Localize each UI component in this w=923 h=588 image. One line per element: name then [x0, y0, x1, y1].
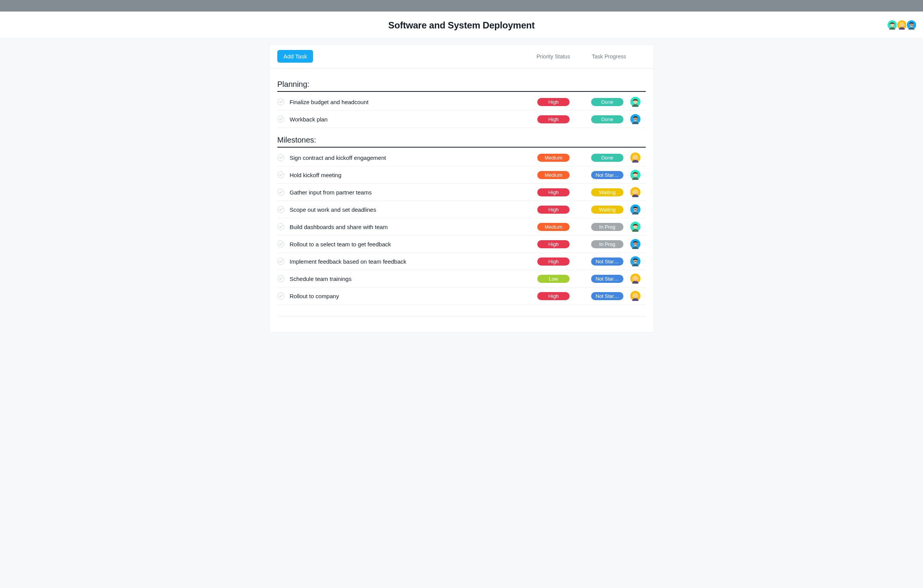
- task-name[interactable]: Rollout to a select team to get feedback: [290, 241, 537, 247]
- complete-checkbox[interactable]: [277, 98, 284, 105]
- complete-checkbox[interactable]: [277, 258, 284, 265]
- task-name[interactable]: Finalize budget and headcount: [290, 99, 537, 105]
- assignee-avatar[interactable]: [630, 153, 640, 163]
- avatar[interactable]: [896, 20, 907, 30]
- priority-pill[interactable]: High: [537, 115, 570, 123]
- assignee-avatar[interactable]: [630, 187, 640, 197]
- progress-pill[interactable]: In Prog: [591, 240, 623, 248]
- progress-pill[interactable]: In Prog: [591, 223, 623, 231]
- toolbar: Add Task Priority Status Task Progress: [270, 45, 653, 68]
- complete-checkbox[interactable]: [277, 292, 284, 299]
- section-heading[interactable]: Planning:: [277, 72, 646, 92]
- section-heading[interactable]: Milestones:: [277, 128, 646, 148]
- priority-pill[interactable]: Low: [537, 275, 570, 283]
- priority-pill[interactable]: Medium: [537, 154, 570, 162]
- progress-pill[interactable]: Not Star…: [591, 257, 623, 266]
- column-header-progress[interactable]: Task Progress: [592, 53, 646, 60]
- priority-pill[interactable]: High: [537, 240, 570, 248]
- task-row[interactable]: Implement feedback based on team feedbac…: [277, 253, 646, 270]
- priority-pill[interactable]: Medium: [537, 171, 570, 179]
- task-name[interactable]: Workback plan: [290, 116, 537, 123]
- assignee-avatar[interactable]: [630, 239, 640, 249]
- priority-pill[interactable]: Medium: [537, 223, 570, 231]
- task-name[interactable]: Build dashboards and share with team: [290, 224, 537, 230]
- priority-pill[interactable]: High: [537, 98, 570, 106]
- priority-pill[interactable]: High: [537, 188, 570, 196]
- progress-pill[interactable]: Not Star…: [591, 171, 623, 179]
- task-name[interactable]: Hold kickoff meeting: [290, 172, 537, 178]
- assignee-avatar[interactable]: [630, 97, 640, 107]
- progress-pill[interactable]: Done: [591, 115, 623, 123]
- add-task-button[interactable]: Add Task: [277, 50, 313, 63]
- progress-pill[interactable]: Not Star…: [591, 292, 623, 300]
- page-title: Software and System Deployment: [388, 20, 535, 31]
- assignee-avatar[interactable]: [630, 204, 640, 214]
- task-row[interactable]: Finalize budget and headcountHighDone: [277, 93, 646, 111]
- progress-pill[interactable]: Done: [591, 154, 623, 162]
- complete-checkbox[interactable]: [277, 116, 284, 123]
- progress-pill[interactable]: Waiting: [591, 188, 623, 196]
- task-row[interactable]: Rollout to companyHighNot Star…: [277, 287, 646, 305]
- task-panel: Add Task Priority Status Task Progress P…: [269, 44, 654, 332]
- assignee-avatar[interactable]: [630, 274, 640, 284]
- project-members[interactable]: [888, 20, 917, 30]
- task-row[interactable]: Gather input from partner teamsHighWaiti…: [277, 184, 646, 201]
- task-name[interactable]: Rollout to company: [290, 293, 537, 299]
- task-name[interactable]: Gather input from partner teams: [290, 189, 537, 196]
- avatar[interactable]: [906, 20, 917, 30]
- assignee-avatar[interactable]: [630, 291, 640, 301]
- task-row[interactable]: Schedule team trainingsLowNot Star…: [277, 270, 646, 287]
- complete-checkbox[interactable]: [277, 189, 284, 196]
- column-header-priority[interactable]: Priority Status: [536, 53, 590, 60]
- complete-checkbox[interactable]: [277, 223, 284, 230]
- task-row[interactable]: Scope out work and set deadlinesHighWait…: [277, 201, 646, 218]
- window-chrome: [0, 0, 923, 12]
- progress-pill[interactable]: Waiting: [591, 206, 623, 214]
- complete-checkbox[interactable]: [277, 275, 284, 282]
- task-name[interactable]: Implement feedback based on team feedbac…: [290, 258, 537, 265]
- complete-checkbox[interactable]: [277, 206, 284, 213]
- footer-divider: [277, 316, 646, 317]
- complete-checkbox[interactable]: [277, 241, 284, 247]
- task-name[interactable]: Schedule team trainings: [290, 276, 537, 282]
- progress-pill[interactable]: Not Star…: [591, 275, 623, 283]
- avatar[interactable]: [887, 20, 898, 30]
- task-row[interactable]: Sign contract and kickoff engagementMedi…: [277, 149, 646, 166]
- page-header: Software and System Deployment: [0, 12, 923, 39]
- priority-pill[interactable]: High: [537, 206, 570, 214]
- task-name[interactable]: Sign contract and kickoff engagement: [290, 154, 537, 161]
- priority-pill[interactable]: High: [537, 292, 570, 300]
- task-row[interactable]: Workback planHighDone: [277, 111, 646, 128]
- progress-pill[interactable]: Done: [591, 98, 623, 106]
- task-row[interactable]: Build dashboards and share with teamMedi…: [277, 218, 646, 236]
- assignee-avatar[interactable]: [630, 222, 640, 232]
- assignee-avatar[interactable]: [630, 256, 640, 266]
- assignee-avatar[interactable]: [630, 114, 640, 124]
- complete-checkbox[interactable]: [277, 171, 284, 178]
- assignee-avatar[interactable]: [630, 170, 640, 180]
- task-list: Planning:Finalize budget and headcountHi…: [270, 68, 653, 332]
- priority-pill[interactable]: High: [537, 257, 570, 266]
- task-row[interactable]: Rollout to a select team to get feedback…: [277, 236, 646, 253]
- task-name[interactable]: Scope out work and set deadlines: [290, 206, 537, 213]
- complete-checkbox[interactable]: [277, 154, 284, 161]
- task-row[interactable]: Hold kickoff meetingMediumNot Star…: [277, 166, 646, 184]
